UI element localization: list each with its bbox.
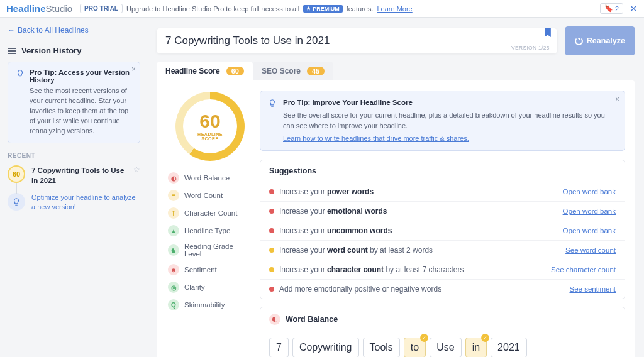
sidebar: ← Back to All Headlines Version History … xyxy=(0,18,148,357)
status-dot xyxy=(269,248,274,253)
suggestions-title: Suggestions xyxy=(260,160,625,182)
suggestions-card: Suggestions Increase your power wordsOpe… xyxy=(260,160,625,299)
suggestion-row: Increase your character count by at leas… xyxy=(260,260,625,279)
word-box: Use xyxy=(430,338,461,357)
metric-icon: Q xyxy=(168,299,179,310)
big-score-value: 60 xyxy=(199,112,220,131)
wide-tip-title: Pro Tip: Improve Your Headline Score xyxy=(283,97,617,108)
suggestion-link[interactable]: See character count xyxy=(551,266,616,273)
metric-item[interactable]: ☻Sentiment xyxy=(168,264,252,275)
topbar-right: 🔖 2 ✕ xyxy=(600,3,638,14)
suggestion-link[interactable]: See word count xyxy=(565,246,616,254)
metric-icon: ♞ xyxy=(168,244,179,256)
reanalyze-button[interactable]: Reanalyze xyxy=(565,26,635,55)
sidebar-tip-title: Pro Tip: Access your Version History xyxy=(30,69,132,84)
metric-label: Reading Grade Level xyxy=(184,243,252,258)
metric-item[interactable]: ◎Clarity xyxy=(168,282,252,293)
metric-icon: ☻ xyxy=(168,264,179,275)
trial-banner: PRO TRIAL Upgrade to Headline Studio Pro… xyxy=(80,4,413,13)
word-token: ✓inSCONJ xyxy=(465,338,487,357)
word-balance-card: Word Balance 7NUMCopywritingNOUNToolsNOU… xyxy=(260,307,625,357)
optimize-circle xyxy=(8,193,25,211)
suggestion-text: Increase your word count by at least 2 w… xyxy=(279,246,433,255)
score-ring: 60 HEADLINESCORE xyxy=(175,92,245,161)
close-icon[interactable]: × xyxy=(131,65,136,74)
metric-icon: ≡ xyxy=(168,190,179,201)
metric-item[interactable]: TCharacter Count xyxy=(168,207,252,219)
metric-icon: ◎ xyxy=(168,282,179,293)
word-token: 7NUM xyxy=(269,338,289,357)
sidebar-tip-box: × Pro Tip: Access your Version History S… xyxy=(8,62,140,143)
settings-icon[interactable]: ✕ xyxy=(630,3,638,14)
wide-tip-link[interactable]: Learn how to write headlines that drive … xyxy=(283,133,469,144)
details-column: × Pro Tip: Improve Your Headline Score S… xyxy=(252,80,635,357)
content-panel: 60 HEADLINESCORE ◐Word Balance≡Word Coun… xyxy=(157,80,635,357)
version-count-label: VERSION 1/25 xyxy=(511,45,550,51)
suggestion-text: Add more emotionally positive or negativ… xyxy=(279,285,441,294)
metric-item[interactable]: ◐Word Balance xyxy=(168,172,252,184)
word-token: UseVERB xyxy=(430,338,461,357)
word-balance-words: 7NUMCopywritingNOUNToolsNOUN✓toPARTUseVE… xyxy=(260,331,625,357)
word-balance-header: Word Balance xyxy=(260,307,625,331)
metric-label: Headline Type xyxy=(184,227,230,234)
tab-seo-score-value: 45 xyxy=(307,67,325,75)
stack-icon xyxy=(8,48,16,54)
word-balance-title: Word Balance xyxy=(286,315,338,324)
suggestion-row: Increase your emotional wordsOpen word b… xyxy=(260,201,625,221)
metric-label: Word Balance xyxy=(184,174,230,182)
check-icon: ✓ xyxy=(420,334,428,342)
suggestion-link[interactable]: Open word bank xyxy=(563,227,616,234)
version-score-badge: 60 xyxy=(8,165,25,183)
close-icon[interactable]: × xyxy=(615,95,619,104)
arrow-left-icon: ← xyxy=(8,26,15,35)
word-box: 7 xyxy=(269,338,289,357)
back-to-headlines-link[interactable]: ← Back to All Headlines xyxy=(8,26,89,35)
bookmark-count[interactable]: 🔖 2 xyxy=(600,3,623,14)
bookmark-count-value: 2 xyxy=(615,5,619,13)
headline-input-wrap[interactable]: 7 Copywriting Tools to Use in 2021 VERSI… xyxy=(157,28,557,53)
status-dot xyxy=(269,267,274,272)
lightbulb-icon xyxy=(268,99,277,107)
learn-more-link[interactable]: Learn More xyxy=(377,5,412,13)
headline-score-tip: × Pro Tip: Improve Your Headline Score S… xyxy=(260,91,625,151)
tab-headline-score[interactable]: Headline Score 60 xyxy=(157,62,253,80)
metric-item[interactable]: QSkimmability xyxy=(168,299,252,310)
metric-label: Character Count xyxy=(184,209,237,217)
suggestion-row: Increase your uncommon wordsOpen word ba… xyxy=(260,221,625,240)
status-dot xyxy=(269,228,274,233)
tab-headline-score-value: 60 xyxy=(226,67,244,75)
version-item-current[interactable]: 60 7 Copywriting Tools to Use in 2021 ☆ xyxy=(8,165,140,185)
bookmark-icon: 🔖 xyxy=(604,4,613,13)
suggestion-text: Increase your character count by at leas… xyxy=(279,265,464,274)
word-box: Copywriting xyxy=(292,338,359,357)
version-history-title: Version History xyxy=(8,46,140,55)
trial-text-2: features. xyxy=(347,5,374,13)
pro-trial-badge: PRO TRIAL xyxy=(80,4,123,13)
metric-icon: T xyxy=(168,207,179,219)
metric-item[interactable]: ≡Word Count xyxy=(168,190,252,201)
word-token: ToolsNOUN xyxy=(363,338,400,357)
word-token: CopywritingNOUN xyxy=(292,338,359,357)
star-icon[interactable]: ☆ xyxy=(133,165,140,185)
tab-seo-score[interactable]: SEO Score 45 xyxy=(253,62,333,80)
metric-icon: ◐ xyxy=(168,172,179,184)
timeline-line xyxy=(16,183,17,194)
status-dot xyxy=(269,189,274,194)
suggestion-text: Increase your emotional words xyxy=(279,207,387,216)
lightbulb-icon xyxy=(16,69,25,78)
optimize-prompt: Optimize your headline to analyze a new … xyxy=(8,193,140,212)
score-tabs: Headline Score 60 SEO Score 45 xyxy=(157,62,635,80)
metric-item[interactable]: ▲Headline Type xyxy=(168,225,252,236)
word-token: 2021NUM xyxy=(491,338,527,357)
suggestion-link[interactable]: See sentiment xyxy=(569,285,616,293)
suggestion-link[interactable]: Open word bank xyxy=(563,207,616,215)
tab-seo-score-label: SEO Score xyxy=(262,67,301,75)
suggestion-link[interactable]: Open word bank xyxy=(563,188,616,195)
metric-item[interactable]: ♞Reading Grade Level xyxy=(168,243,252,258)
logo-studio: Studio xyxy=(46,3,73,14)
suggestion-row: Increase your word count by at least 2 w… xyxy=(260,240,625,260)
check-icon: ✓ xyxy=(481,334,489,342)
headline-input[interactable]: 7 Copywriting Tools to Use in 2021 xyxy=(165,35,548,47)
lightbulb-icon xyxy=(12,197,21,206)
trial-text-1: Upgrade to Headline Studio Pro to keep f… xyxy=(126,5,299,13)
